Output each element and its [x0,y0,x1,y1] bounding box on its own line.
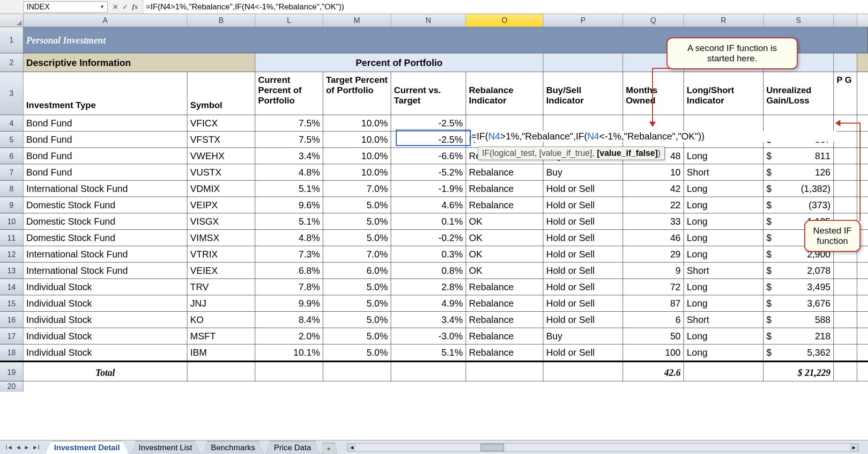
cell-L6[interactable]: 3.4% [255,148,323,164]
cell-L13[interactable]: 6.8% [255,263,323,278]
col-header-P[interactable]: P [543,14,623,27]
cell-T7[interactable] [834,164,857,180]
cell-M8[interactable]: 7.0% [323,181,391,197]
cell-B15[interactable]: JNJ [187,295,255,311]
cell-T15[interactable] [834,295,857,311]
cell-L16[interactable]: 8.4% [255,312,323,328]
cell-P17[interactable]: Buy [543,328,623,344]
cell-L14[interactable]: 7.8% [255,279,323,295]
cell-T18[interactable] [834,344,857,360]
cell-T9[interactable] [834,197,857,213]
cell-T5[interactable] [834,132,857,147]
cell-P12[interactable]: Hold or Sell [543,246,623,262]
cell-O17[interactable]: Rebalance [466,328,543,344]
tab-last-icon[interactable]: ►I [31,443,40,452]
cell-A10[interactable]: Domestic Stock Fund [23,213,187,229]
cell-N6[interactable]: -6.6% [391,148,466,164]
cell-N16[interactable]: 3.4% [391,312,466,328]
cell-L15[interactable]: 9.9% [255,295,323,311]
cell-M14[interactable]: 5.0% [323,279,391,295]
row-header-4[interactable]: 4 [0,115,23,131]
sheet-tab-investment-detail[interactable]: Investment Detail [45,441,129,454]
cell-R13[interactable]: Short [684,263,764,278]
cell-R7[interactable]: Short [684,164,764,180]
cell-A8[interactable]: International Stock Fund [23,181,187,197]
cell-B13[interactable]: VEIEX [187,263,255,278]
cell-A17[interactable]: Individual Stock [23,328,187,344]
cell-M10[interactable]: 5.0% [323,213,391,229]
cell-A5[interactable]: Bond Fund [23,132,187,147]
cell-Q11[interactable]: 46 [623,230,684,246]
cell-N7[interactable]: -5.2% [391,164,466,180]
cell-B6[interactable]: VWEHX [187,148,255,164]
cell-Q12[interactable]: 29 [623,246,684,262]
cell-M7[interactable]: 10.0% [323,164,391,180]
cell-M18[interactable]: 5.0% [323,344,391,360]
cancel-icon[interactable]: ✕ [112,3,119,11]
cell-L9[interactable]: 9.6% [255,197,323,213]
cell-A9[interactable]: Domestic Stock Fund [23,197,187,213]
cell-P14[interactable]: Hold or Sell [543,279,623,295]
cell-S18[interactable]: $5,362 [764,344,834,360]
cell-S8[interactable]: $(1,382) [764,181,834,197]
sheet-tab-benchmarks[interactable]: Benchmarks [202,441,264,454]
cell-M17[interactable]: 5.0% [323,328,391,344]
cell-L18[interactable]: 10.1% [255,344,323,360]
cell-M16[interactable]: 5.0% [323,312,391,328]
cell-N5[interactable]: -2.5% [391,132,466,147]
cell-Q18[interactable]: 100 [623,344,684,360]
col-header-L[interactable]: L [255,14,323,27]
cell-O7[interactable]: Rebalance [466,164,543,180]
row-header-19[interactable]: 19 [0,362,23,381]
cell-R8[interactable]: Long [684,181,764,197]
col-header-Q[interactable]: Q [623,14,684,27]
cell-N8[interactable]: -1.9% [391,181,466,197]
cell-B8[interactable]: VDMIX [187,181,255,197]
scroll-left-icon[interactable]: ◄ [348,444,356,451]
cell-Q10[interactable]: 33 [623,213,684,229]
cell-L8[interactable]: 5.1% [255,181,323,197]
cell-M6[interactable]: 10.0% [323,148,391,164]
cell-B10[interactable]: VISGX [187,213,255,229]
cell-A7[interactable]: Bond Fund [23,164,187,180]
row-header-20[interactable]: 20 [0,381,23,392]
row-header-13[interactable]: 13 [0,263,23,278]
cell-Q9[interactable]: 22 [623,197,684,213]
cell-O13[interactable]: OK [466,263,543,278]
cell-T8[interactable] [834,181,857,197]
cell-A11[interactable]: Domestic Stock Fund [23,230,187,246]
cell-P9[interactable]: Hold or Sell [543,197,623,213]
cell-S4[interactable] [764,115,834,131]
horizontal-scrollbar[interactable]: ◄ ► [347,443,859,452]
cell-A14[interactable]: Individual Stock [23,279,187,295]
cell-A18[interactable]: Individual Stock [23,344,187,360]
cell-O15[interactable]: Rebalance [466,295,543,311]
cell-B12[interactable]: VTRIX [187,246,255,262]
row-header-2[interactable]: 2 [0,53,23,72]
row-header-3[interactable]: 3 [0,72,23,115]
cell-T13[interactable] [834,263,857,278]
tab-first-icon[interactable]: I◄ [5,443,14,452]
formula-input[interactable] [143,0,868,14]
cell-T16[interactable] [834,312,857,328]
row-header-18[interactable]: 18 [0,344,23,360]
cell-R18[interactable]: Long [684,344,764,360]
row-header-10[interactable]: 10 [0,213,23,229]
cell-B5[interactable]: VFSTX [187,132,255,147]
row-header-12[interactable]: 12 [0,246,23,262]
row-header-7[interactable]: 7 [0,164,23,180]
cell-N15[interactable]: 4.9% [391,295,466,311]
cell-Q16[interactable]: 6 [623,312,684,328]
cell-L7[interactable]: 4.8% [255,164,323,180]
sheet-tab-price-data[interactable]: Price Data [265,441,320,454]
cell-O14[interactable]: Rebalance [466,279,543,295]
cell-R9[interactable]: Long [684,197,764,213]
cell-L17[interactable]: 2.0% [255,328,323,344]
cell-O8[interactable]: Rebalance [466,181,543,197]
cell-R15[interactable]: Long [684,295,764,311]
cell-Q13[interactable]: 9 [623,263,684,278]
new-sheet-icon[interactable]: ✦ [321,443,337,454]
cell-N10[interactable]: 0.1% [391,213,466,229]
cell-T14[interactable] [834,279,857,295]
cell-S9[interactable]: $(373) [764,197,834,213]
